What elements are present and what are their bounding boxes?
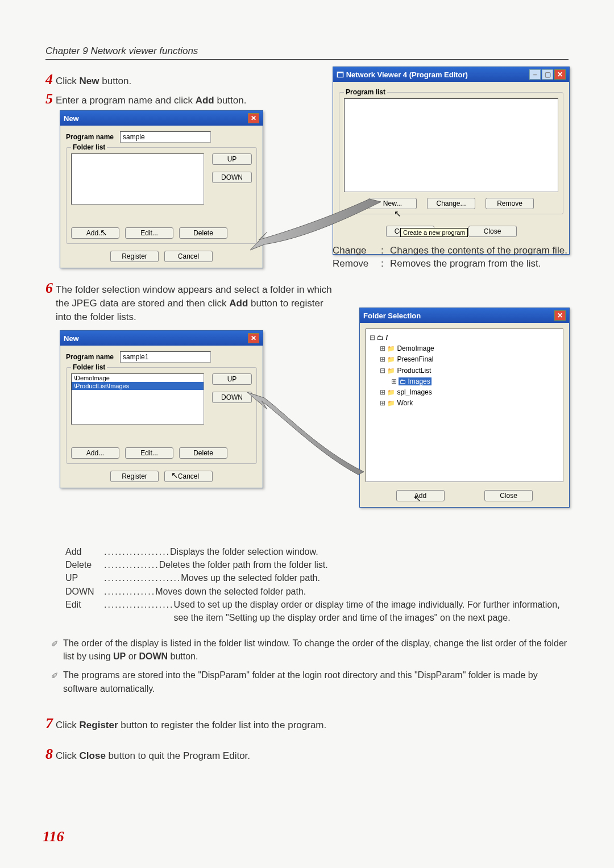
new-dialog-1: New ✕ Program name Folder list UP DOWN A…	[60, 110, 263, 268]
desc-term: UP	[65, 571, 104, 584]
register-button[interactable]: Register	[110, 251, 159, 262]
dialog-titlebar[interactable]: Folder Selection ✕	[360, 308, 569, 323]
step-text: The folder selection window appears and …	[56, 283, 341, 323]
close-icon[interactable]: ✕	[554, 310, 566, 321]
step-number: 4	[45, 72, 53, 87]
add-button[interactable]: Add...	[71, 447, 119, 459]
delete-button[interactable]: Delete	[179, 447, 227, 459]
desc-text: Used to set up the display order or disp…	[173, 598, 566, 624]
cancel-button[interactable]: Cancel	[164, 251, 213, 262]
step-number: 7	[45, 716, 53, 731]
network-viewer-dialog: 🗔 Network Viewer 4 (Program Editor) – ▢ …	[333, 67, 570, 255]
delete-button[interactable]: Delete	[179, 227, 227, 239]
program-list[interactable]	[344, 98, 558, 192]
program-name-input[interactable]	[120, 131, 211, 143]
note-icon: ✐	[51, 638, 59, 650]
up-button[interactable]: UP	[212, 373, 252, 385]
dialog-titlebar[interactable]: New ✕	[60, 111, 263, 126]
edit-button[interactable]: Edit...	[125, 227, 173, 239]
button-definitions: Change : Changes the contents of the pro…	[333, 244, 571, 271]
remove-button[interactable]: Remove	[486, 198, 534, 209]
arrow-icon	[247, 392, 364, 475]
tooltip: Create a new program	[400, 228, 468, 237]
desc-text: Displays the folder selection window.	[170, 545, 318, 558]
step-6: 6 The folder selection window appears an…	[45, 281, 341, 323]
close-icon[interactable]: ✕	[248, 113, 259, 123]
cursor-icon: ↖	[414, 493, 421, 504]
edit-button[interactable]: Edit...	[125, 447, 173, 459]
change-button[interactable]: Change...	[427, 198, 475, 209]
list-item[interactable]: \DemoImage	[72, 374, 204, 382]
dialog-title: Network Viewer 4 (Program Editor)	[346, 70, 468, 79]
step-text: Click Register button to register the fo…	[56, 719, 326, 732]
desc-text: Moves up the selected folder path.	[181, 571, 320, 584]
step-text: Enter a program name and click Add butto…	[56, 94, 246, 107]
desc-text: Moves down the selected folder path.	[155, 585, 306, 598]
close-icon[interactable]: ✕	[248, 333, 259, 343]
chapter-header: Chapter 9 Network viewer functions	[45, 45, 569, 60]
list-item[interactable]: \ProductList\Images	[72, 382, 204, 390]
down-button[interactable]: DOWN	[212, 392, 252, 403]
program-list-label: Program list	[344, 88, 387, 96]
step-number: 6	[45, 281, 53, 296]
step-number: 8	[45, 747, 53, 762]
def-term: Remove	[333, 258, 381, 271]
step-7: 7 Click Register button to register the …	[45, 716, 557, 732]
def-text: Changes the contents of the program file…	[390, 244, 567, 258]
dialog-title: New	[64, 334, 79, 343]
dialog-titlebar[interactable]: New ✕	[60, 331, 263, 346]
def-text: Removes the program from the list.	[390, 258, 541, 271]
program-name-label: Program name	[66, 353, 120, 361]
program-name-label: Program name	[66, 133, 120, 141]
tree-item[interactable]: PresenFinal	[387, 355, 433, 363]
close-button[interactable]: Close	[468, 226, 517, 237]
cursor-icon: ↖	[394, 209, 401, 219]
folder-list[interactable]: \DemoImage \ProductList\Images	[71, 373, 204, 425]
def-term: Change	[333, 244, 381, 258]
program-name-input[interactable]	[120, 351, 211, 363]
step-text: Click New button.	[56, 74, 131, 88]
step-number: 5	[45, 92, 53, 106]
desc-text: Deletes the folder path from the folder …	[159, 558, 328, 571]
folder-list-label: Folder list	[71, 143, 107, 151]
folder-tree[interactable]: 🗀 / DemoImage PresenFinal ProductList Im…	[366, 329, 563, 482]
command-descriptions: Add..................Displays the folder…	[65, 545, 566, 624]
tree-item[interactable]: spl_Images	[387, 388, 432, 396]
dialog-titlebar[interactable]: 🗔 Network Viewer 4 (Program Editor) – ▢ …	[333, 67, 569, 82]
desc-term: DOWN	[65, 585, 104, 598]
folder-list-label: Folder list	[71, 363, 107, 371]
note-text: The order of the display is listed in th…	[63, 637, 569, 663]
tree-item[interactable]: DemoImage	[387, 344, 434, 352]
tree-item[interactable]: ProductList	[387, 367, 431, 375]
cursor-icon: ↖	[171, 470, 179, 480]
dialog-title: New	[64, 114, 79, 123]
folder-selection-dialog: Folder Selection ✕ 🗀 / DemoImage PresenF…	[359, 308, 570, 508]
desc-term: Edit	[65, 598, 104, 624]
down-button[interactable]: DOWN	[212, 172, 252, 183]
page-number: 116	[43, 828, 64, 845]
desc-term: Add	[65, 545, 104, 558]
close-icon[interactable]: ✕	[554, 69, 566, 80]
desc-term: Delete	[65, 558, 104, 571]
add-button[interactable]: Add...	[71, 227, 119, 239]
step-8: 8 Click Close button to quit the Program…	[45, 747, 557, 763]
close-button[interactable]: Close	[484, 490, 533, 501]
new-button[interactable]: New...	[368, 198, 417, 209]
step-text: Click Close button to quit the Program E…	[56, 749, 250, 763]
register-button[interactable]: Register	[110, 471, 159, 482]
notes-block: ✐ The order of the display is listed in …	[51, 631, 569, 695]
note-icon: ✐	[51, 670, 59, 682]
minimize-icon[interactable]: –	[529, 69, 541, 80]
tree-item-selected[interactable]: Images	[399, 377, 431, 385]
tree-item[interactable]: Work	[387, 399, 413, 407]
tree-root-icon: 🗀	[377, 334, 384, 342]
cursor-icon: ↖	[100, 227, 107, 238]
dialog-title: Folder Selection	[363, 312, 421, 320]
folder-list[interactable]	[71, 153, 204, 205]
maximize-icon[interactable]: ▢	[542, 69, 553, 80]
up-button[interactable]: UP	[212, 153, 252, 165]
new-dialog-2: New ✕ Program name Folder list \DemoImag…	[60, 330, 263, 488]
note-text: The programs are stored into the "DispPa…	[63, 668, 569, 695]
